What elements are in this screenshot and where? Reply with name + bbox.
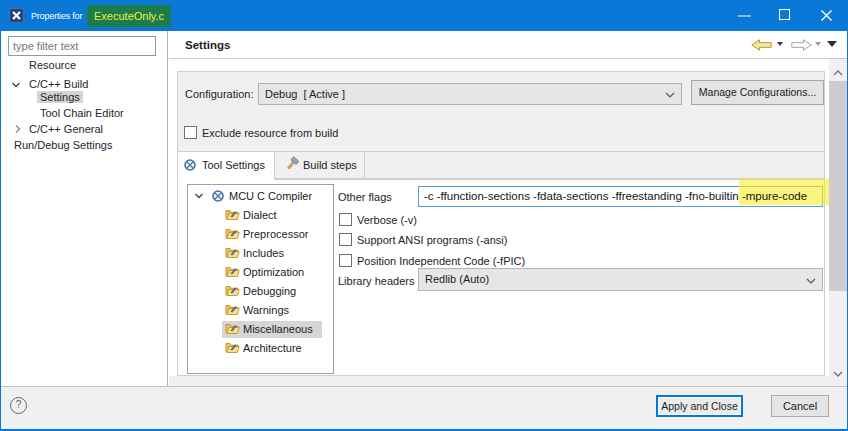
sidebar-item-settings[interactable]: Settings [37, 90, 83, 105]
tree-item-dialect[interactable]: Dialect [243, 206, 277, 225]
content-bottom-strip [169, 376, 829, 386]
tree-item-architecture[interactable]: Architecture [243, 339, 302, 358]
library-headers-label: Library headers [338, 273, 414, 289]
folder-icon [225, 265, 240, 279]
forward-arrow-icon[interactable] [791, 39, 812, 51]
configuration-label: Configuration: [185, 86, 254, 102]
folder-icon [225, 227, 240, 241]
tree-item-preprocessor[interactable]: Preprocessor [243, 225, 308, 244]
chevron-down-icon [806, 278, 816, 284]
exclude-checkbox[interactable] [184, 126, 197, 139]
properties-dialog: Properties for ExecuteOnly.c Resource C/… [0, 0, 848, 431]
sidebar-item-resource[interactable]: Resource [29, 57, 76, 73]
window-title-filename: ExecuteOnly.c [87, 5, 171, 27]
folder-icon [225, 322, 240, 336]
fpic-checkbox[interactable] [339, 254, 352, 267]
filter-input[interactable] [8, 36, 156, 56]
other-flags-input[interactable]: -c -ffunction-sections -fdata-sections -… [418, 186, 823, 207]
chevron-down-icon [665, 92, 675, 98]
back-dropdown-icon[interactable] [777, 42, 783, 46]
help-icon[interactable]: ? [10, 397, 27, 414]
tree-item-debugging[interactable]: Debugging [243, 282, 296, 301]
build-steps-icon [284, 156, 300, 172]
page-title: Settings [185, 31, 230, 59]
tab-tool-settings-label: Tool Settings [202, 158, 265, 173]
forward-dropdown-icon[interactable] [815, 42, 821, 46]
fpic-label: Position Independent Code (-fPIC) [357, 254, 525, 269]
close-icon[interactable] [820, 9, 833, 22]
sidebar-item-toolchain-editor[interactable]: Tool Chain Editor [40, 105, 124, 121]
window-title: Properties for [31, 1, 82, 31]
library-headers-combo[interactable]: Redlib (Auto) [418, 268, 823, 291]
tab-separator [364, 152, 365, 179]
verbose-label: Verbose (-v) [357, 213, 417, 228]
app-icon [9, 8, 24, 23]
tree-item-optimization[interactable]: Optimization [243, 263, 304, 282]
tree-item-mcu-c-compiler[interactable]: MCU C Compiler [229, 187, 312, 206]
tool-settings-icon [183, 158, 197, 172]
exclude-label: Exclude resource from build [202, 126, 338, 141]
tab-build-steps-label[interactable]: Build steps [303, 158, 357, 173]
folder-icon [225, 208, 240, 222]
maximize-icon[interactable] [779, 9, 790, 20]
manage-configurations-button[interactable]: Manage Configurations... [691, 80, 824, 105]
scroll-down-icon[interactable] [833, 370, 843, 378]
scroll-up-icon[interactable] [833, 69, 843, 77]
configuration-combo[interactable]: Debug [ Active ] [258, 83, 682, 105]
cancel-button[interactable]: Cancel [771, 395, 829, 417]
sidebar-item-run-debug[interactable]: Run/Debug Settings [14, 137, 112, 153]
back-arrow-icon[interactable] [751, 39, 772, 51]
ansi-label: Support ANSI programs (-ansi) [357, 233, 507, 248]
other-flags-label: Other flags [338, 187, 392, 207]
folder-icon [225, 303, 240, 317]
chevron-down-icon[interactable] [11, 80, 21, 90]
tree-item-miscellaneous[interactable]: Miscellaneous [243, 320, 313, 339]
minimize-icon[interactable] [738, 15, 751, 17]
highlighted-flag: -mpure-code [742, 190, 807, 202]
sidebar-item-cpp-general[interactable]: C/C++ General [29, 121, 103, 137]
apply-and-close-button[interactable]: Apply and Close [656, 395, 743, 417]
folder-icon [225, 284, 240, 298]
tree-item-warnings[interactable]: Warnings [243, 301, 289, 320]
scrollbar-thumb[interactable] [829, 81, 847, 291]
verbose-checkbox[interactable] [339, 213, 352, 226]
folder-icon [225, 341, 240, 355]
chevron-down-icon[interactable] [194, 191, 204, 201]
tree-item-includes[interactable]: Includes [243, 244, 284, 263]
ansi-checkbox[interactable] [339, 233, 352, 246]
folder-icon [225, 246, 240, 260]
chevron-right-icon[interactable] [13, 124, 23, 134]
compiler-icon [211, 189, 225, 203]
view-menu-icon[interactable] [827, 41, 837, 47]
